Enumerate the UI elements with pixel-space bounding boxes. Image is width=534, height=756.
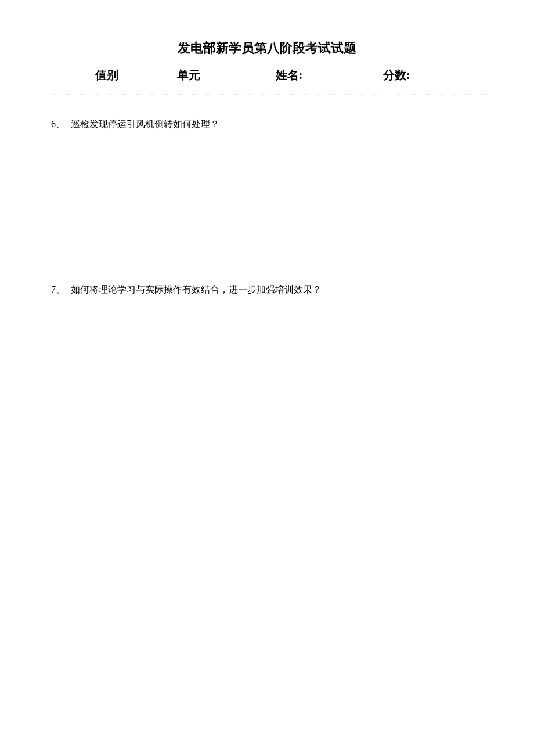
divider-line: －－－－－－－－－－－－－－－－－－－－－－－－ －－－－－－－－－－－－－－ … [49, 89, 485, 101]
field-xingming: 姓名: [276, 67, 383, 83]
question-7: 7、 如何将理论学习与实际操作有效结合，进一步加强培训效果？ [49, 284, 485, 296]
question-7-number: 7、 [51, 285, 65, 294]
question-6-number: 6、 [51, 119, 65, 129]
field-danyuan: 单元 [177, 67, 276, 83]
field-fenshu: 分数: [383, 67, 439, 83]
question-6-text: 巡检发现停运引风机倒转如何处理？ [71, 119, 219, 129]
exam-title: 发电部新学员第八阶段考试试题 [49, 39, 485, 57]
header-row: 值别 单元 姓名: 分数: [49, 67, 485, 83]
question-7-text: 如何将理论学习与实际操作有效结合，进一步加强培训效果？ [71, 285, 322, 294]
field-zhibie: 值别 [95, 67, 177, 83]
question-6: 6、 巡检发现停运引风机倒转如何处理？ [49, 118, 485, 131]
